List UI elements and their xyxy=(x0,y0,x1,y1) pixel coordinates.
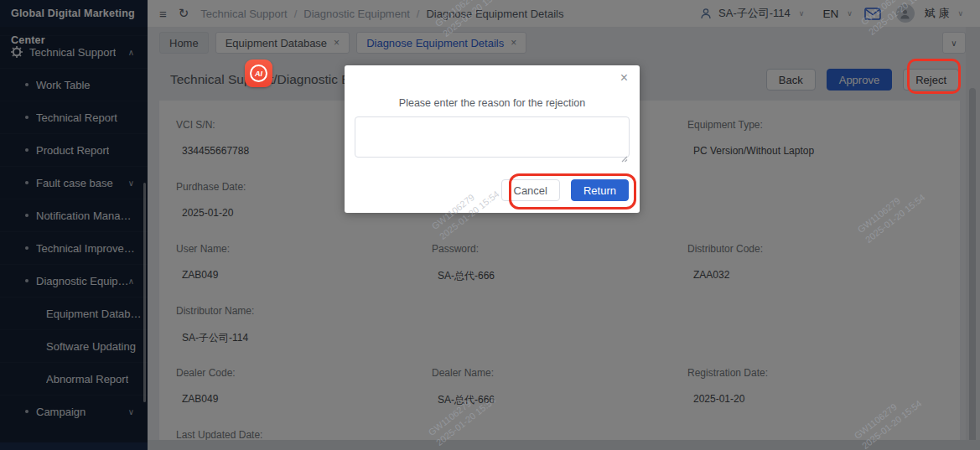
screen: Global Digital Marketing Center Technica… xyxy=(0,0,980,450)
ai-badge-ring: AI xyxy=(250,65,267,82)
cancel-button[interactable]: Cancel xyxy=(501,179,560,201)
rejection-reason-textarea[interactable] xyxy=(355,116,630,158)
annotation-ai-badge: AI xyxy=(245,59,272,87)
dialog-message: Please enter the reason for the rejectio… xyxy=(345,97,640,109)
close-icon[interactable]: × xyxy=(620,71,628,85)
return-button[interactable]: Return xyxy=(571,179,629,201)
rejection-reason-dialog: × Please enter the reason for the reject… xyxy=(345,65,640,213)
dialog-footer: Cancel Return xyxy=(501,179,630,201)
